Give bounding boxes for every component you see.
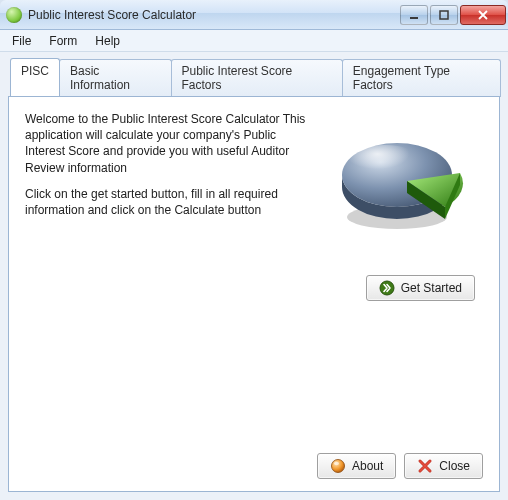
intro-text: Welcome to the Public Interest Score Cal… [25,111,315,228]
intro-row: Welcome to the Public Interest Score Cal… [25,111,483,235]
close-button-icon [417,458,433,474]
tab-panel-pisc: Welcome to the Public Interest Score Cal… [8,96,500,492]
menubar: File Form Help [0,30,508,52]
close-icon [478,10,488,20]
get-started-wrap: Get Started [366,275,475,301]
close-button[interactable]: Close [404,453,483,479]
intro-paragraph-2: Click on the get started button, fill in… [25,186,315,218]
minimize-icon [409,10,419,20]
tab-basic-information[interactable]: Basic Information [59,59,171,97]
intro-paragraph-1: Welcome to the Public Interest Score Cal… [25,111,315,176]
maximize-button[interactable] [430,5,458,25]
tabstrip: PISC Basic Information Public Interest S… [10,58,500,96]
app-window: Public Interest Score Calculator File Fo… [0,0,508,500]
window-controls [400,5,506,25]
svg-point-8 [334,462,339,466]
pie-chart [327,115,467,235]
about-label: About [352,459,383,473]
client-area: PISC Basic Information Public Interest S… [0,52,508,500]
tab-pisc[interactable]: PISC [10,58,60,96]
svg-point-4 [347,145,423,181]
titlebar: Public Interest Score Calculator [0,0,508,30]
tab-score-factors[interactable]: Public Interest Score Factors [171,59,343,97]
svg-rect-1 [440,11,448,19]
minimize-button[interactable] [400,5,428,25]
get-started-button[interactable]: Get Started [366,275,475,301]
menu-help[interactable]: Help [87,32,128,50]
svg-rect-0 [410,17,418,19]
tab-engagement-factors[interactable]: Engagement Type Factors [342,59,501,97]
get-started-icon [379,280,395,296]
app-icon [6,7,22,23]
menu-form[interactable]: Form [41,32,85,50]
pie-chart-svg [327,115,467,235]
maximize-icon [439,10,449,20]
window-title: Public Interest Score Calculator [28,8,400,22]
close-label: Close [439,459,470,473]
about-icon [330,458,346,474]
close-window-button[interactable] [460,5,506,25]
footer-buttons: About Close [25,445,483,479]
menu-file[interactable]: File [4,32,39,50]
get-started-label: Get Started [401,281,462,295]
about-button[interactable]: About [317,453,396,479]
svg-point-7 [331,460,344,473]
